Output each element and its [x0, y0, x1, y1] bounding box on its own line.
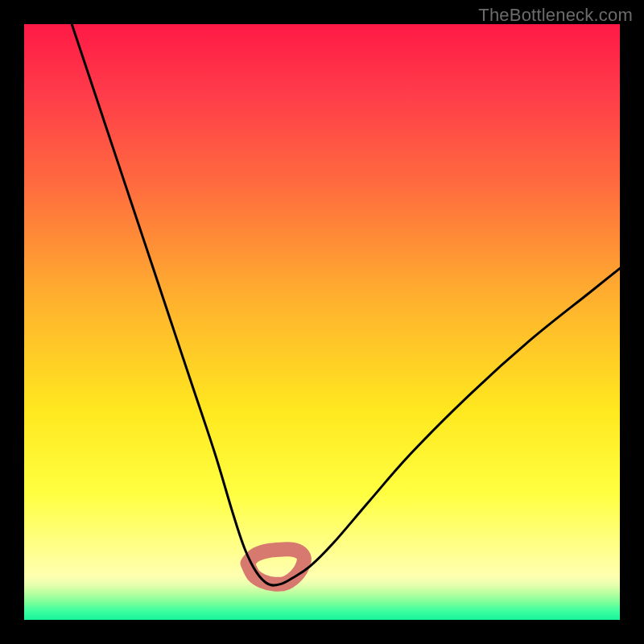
bottleneck-curve	[72, 24, 620, 585]
sweet-spot-marker	[248, 549, 304, 584]
plot-area	[24, 24, 620, 620]
chart-frame: TheBottleneck.com	[0, 0, 644, 644]
watermark-text: TheBottleneck.com	[478, 5, 633, 26]
curve-layer	[24, 24, 620, 620]
